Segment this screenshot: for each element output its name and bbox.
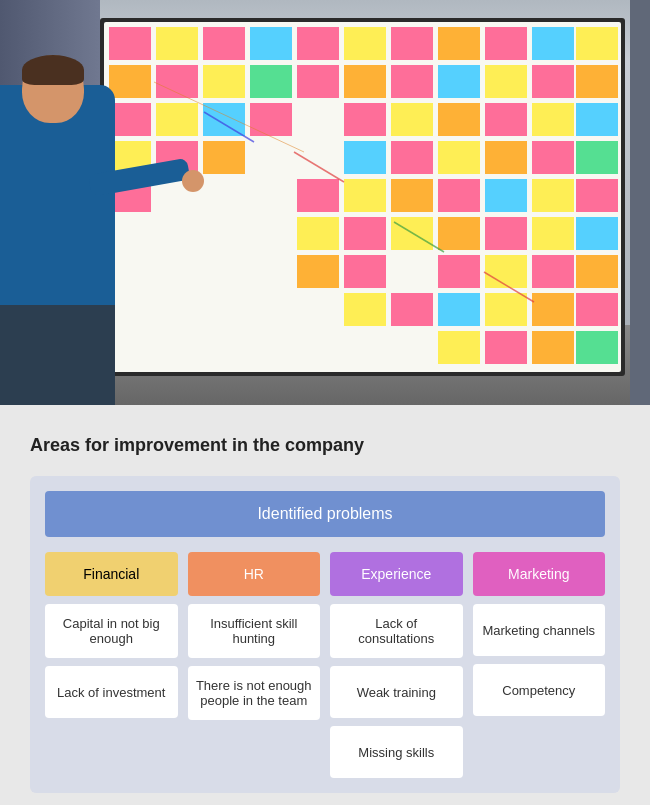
item-card-hr-0: Insufficient skill hunting <box>188 604 321 658</box>
column-header-experience: Experience <box>330 552 463 596</box>
column-header-financial: Financial <box>45 552 178 596</box>
content-section: Areas for improvement in the company Ide… <box>0 405 650 805</box>
column-marketing: MarketingMarketing channelsCompetency <box>473 552 606 778</box>
item-card-financial-0: Capital in not big enough <box>45 604 178 658</box>
item-card-marketing-0: Marketing channels <box>473 604 606 656</box>
hero-photo <box>0 0 650 405</box>
columns-row: FinancialCapital in not big enoughLack o… <box>45 552 605 778</box>
column-header-marketing: Marketing <box>473 552 606 596</box>
column-hr: HRInsufficient skill huntingThere is not… <box>188 552 321 778</box>
item-card-financial-1: Lack of investment <box>45 666 178 718</box>
diagram-container: Identified problems FinancialCapital in … <box>30 476 620 793</box>
item-card-experience-0: Lack of consultations <box>330 604 463 658</box>
item-card-hr-1: There is not enough people in the team <box>188 666 321 720</box>
column-financial: FinancialCapital in not big enoughLack o… <box>45 552 178 778</box>
column-experience: ExperienceLack of consultationsWeak trai… <box>330 552 463 778</box>
section-title: Areas for improvement in the company <box>30 435 620 456</box>
item-card-marketing-1: Competency <box>473 664 606 716</box>
diagram-header: Identified problems <box>45 491 605 537</box>
svg-line-0 <box>294 152 344 182</box>
column-header-hr: HR <box>188 552 321 596</box>
item-card-experience-2: Missing skills <box>330 726 463 778</box>
item-card-experience-1: Weak training <box>330 666 463 718</box>
